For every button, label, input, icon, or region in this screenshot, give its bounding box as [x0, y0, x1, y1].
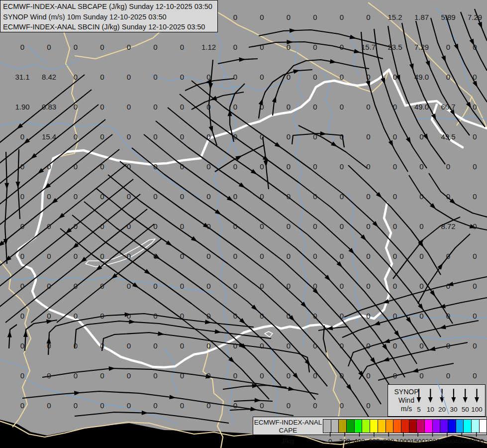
- map-value-label: 0: [233, 222, 237, 230]
- down-arrow-head-icon: [440, 397, 444, 403]
- map-value-label: 0: [313, 282, 317, 290]
- map-value-label: 0: [473, 222, 477, 230]
- map-value-label: 0: [153, 103, 157, 111]
- map-value-label: 0: [127, 341, 131, 350]
- cape-color-cell: [386, 419, 394, 433]
- cape-color-cell: [424, 419, 433, 433]
- map-value-label: 0: [260, 371, 264, 380]
- map-value-label: 0: [127, 73, 131, 81]
- map-value-label: 0: [419, 371, 423, 380]
- map-value-label: 0: [340, 252, 344, 260]
- map-value-label: 0: [419, 132, 423, 141]
- map-value-label: 0: [74, 192, 78, 201]
- map-value-label: 7.29: [468, 13, 482, 21]
- map-value-label: 0: [313, 132, 317, 141]
- map-value-label: 49.5: [441, 132, 455, 141]
- map-value-label: 0: [153, 43, 157, 51]
- map-value-label: 31.1: [15, 73, 29, 81]
- map-value-label: 0: [393, 252, 397, 260]
- map-value-label: 0: [287, 282, 291, 290]
- map-value-label: 0: [100, 73, 104, 81]
- map-value-label: 23.5: [388, 43, 402, 51]
- map-value-label: 0: [419, 162, 423, 171]
- map-value-label: 0: [20, 192, 24, 201]
- map-value-label: 0: [233, 371, 237, 380]
- map-value-label: 0: [153, 192, 157, 201]
- down-arrow-head-icon: [451, 397, 456, 403]
- cape-color-cell: [409, 419, 417, 433]
- map-value-label: 0: [153, 341, 157, 350]
- map-value-label: 0: [366, 73, 370, 81]
- map-value-label: 0: [419, 192, 423, 201]
- map-value-label: 0: [100, 401, 104, 410]
- map-value-label: 0: [366, 103, 370, 111]
- map-value-label: 0: [180, 341, 184, 350]
- map-value-label: 0: [206, 103, 210, 111]
- map-value-label: 0: [287, 132, 291, 141]
- map-value-label: 0: [180, 252, 184, 260]
- map-value-label: 0: [20, 252, 24, 260]
- cape-color-cell: [401, 419, 409, 433]
- map-value-label: 0: [20, 401, 24, 410]
- map-value-label: 1.87: [414, 13, 429, 21]
- map-value-label: 0: [20, 162, 24, 171]
- map-value-label: 0: [287, 401, 291, 410]
- map-value-label: 0: [20, 312, 24, 320]
- map-value-label: 0: [340, 192, 344, 201]
- map-value-label: 8.72: [441, 222, 455, 230]
- map-value-label: 0: [419, 252, 423, 260]
- cape-color-cell: [440, 419, 448, 433]
- map-value-label: 0: [74, 312, 78, 320]
- cape-color-cell: [378, 419, 386, 433]
- map-value-label: 0: [127, 282, 131, 290]
- map-value-label: 0: [340, 222, 344, 230]
- map-value-label: 0: [393, 73, 397, 81]
- map-value-label: 0: [366, 312, 370, 320]
- map-value-label: 0: [419, 312, 423, 320]
- map-value-label: 0: [287, 13, 291, 21]
- map-value-label: 0: [260, 192, 264, 201]
- map-value-label: 0: [180, 312, 184, 320]
- map-value-label: 0: [393, 282, 397, 290]
- map-value-label: 0: [473, 103, 477, 111]
- map-value-label: 0: [446, 341, 450, 350]
- map-value-label: 0: [340, 103, 344, 111]
- cape-color-cell: [323, 419, 331, 433]
- map-value-label: 0: [473, 371, 477, 380]
- map-value-label: 0: [340, 341, 344, 350]
- cape-color-cell: [456, 419, 464, 433]
- map-value-label: 0: [473, 282, 477, 290]
- map-value-label: 0: [206, 222, 210, 230]
- map-value-label: 0: [233, 132, 237, 141]
- map-value-label: 0: [127, 371, 131, 380]
- map-value-label: 0: [74, 282, 78, 290]
- map-value-label: 0: [127, 312, 131, 320]
- map-value-label: 0: [366, 371, 370, 380]
- map-value-label: 0: [20, 43, 24, 51]
- map-value-label: 0: [100, 371, 104, 380]
- map-value-label: 15.2: [388, 13, 402, 21]
- wind-speed-label: 10: [427, 406, 434, 413]
- map-value-label: 0: [20, 222, 24, 230]
- map-value-label: 0: [153, 73, 157, 81]
- map-value-label: 0: [47, 43, 51, 51]
- map-value-label: 0: [366, 341, 370, 350]
- map-value-label: 0: [206, 132, 210, 141]
- map-value-label: 7.29: [414, 43, 429, 51]
- map-value-label: 0: [287, 162, 291, 171]
- map-value-label: 49.0: [414, 103, 429, 111]
- map-value-label: 0: [366, 132, 370, 141]
- map-value-label: 0: [206, 192, 210, 201]
- cape-color-cell: [463, 419, 472, 433]
- map-value-label: 0: [419, 222, 423, 230]
- map-value-label: 0: [340, 132, 344, 141]
- map-value-label: 0: [180, 282, 184, 290]
- map-value-label: 0: [313, 401, 317, 410]
- map-value-label: 0: [287, 103, 291, 111]
- map-value-label: 0: [180, 162, 184, 171]
- map-value-label: 0: [100, 132, 104, 141]
- map-value-label: 60.7: [441, 103, 455, 111]
- map-value-label: 0: [233, 103, 237, 111]
- wind-speed-label: 30: [450, 406, 457, 413]
- cape-color-cell: [362, 419, 370, 433]
